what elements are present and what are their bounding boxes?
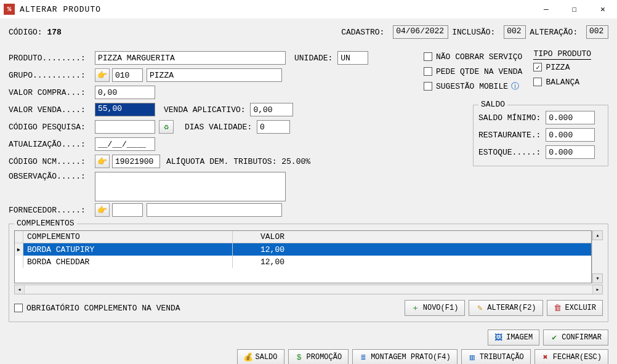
alteracao-value: 002 [586,25,608,39]
barcode-icon: ▥ [468,353,477,362]
table-row[interactable]: BORDA CHEDDAR 12,00 [15,256,591,268]
image-icon: 🖼 [494,333,503,342]
hand-icon: 👉 [98,71,107,79]
ncm-input[interactable] [112,155,160,168]
grupo-label: GRUPO..........: [9,71,95,80]
saldo-button[interactable]: 💰 SALDO [237,349,284,364]
close-button[interactable]: ✕ [589,0,617,18]
valor-compra-input[interactable] [95,86,155,99]
row-indicator-icon: ▸ [15,243,23,256]
fornecedor-name-input[interactable] [147,203,282,217]
fornecedor-lookup-button[interactable]: 👉 [95,203,110,217]
saldo-minimo-input[interactable] [546,111,595,124]
grupo-lookup-button[interactable]: 👉 [95,68,110,82]
codigo-pesquisa-label: CÓDIGO PESQUISA: [9,123,95,132]
cadastro-value: 04/06/2022 [393,25,448,39]
maximize-button[interactable]: ☐ [560,0,589,18]
window-title: ALTERAR PRODUTO [20,5,532,14]
cadastro-label: CADASTRO: [341,28,389,37]
edit-icon: ✎ [475,304,484,312]
list-icon: ≣ [359,353,368,362]
complements-title: COMPLEMENTOS [14,219,77,228]
col-valor: VALOR [233,231,288,243]
refresh-icon: ♻ [162,123,171,131]
titlebar: % ALTERAR PRODUTO — ☐ ✕ [0,0,617,18]
atualizacao-label: ATUALIZAÇÃO....: [9,140,95,149]
complements-panel: COMPLEMENTOS COMPLEMENTO VALOR ▸ BORDA C… [9,224,608,322]
estoque-label: ESTOQUE.....: [478,148,546,157]
grupo-code-input[interactable] [112,68,143,82]
unidade-input[interactable] [337,51,368,65]
novo-button[interactable]: ＋ NOVO(F1) [405,300,466,316]
dias-validade-input[interactable] [257,120,290,134]
complement-value: 12,00 [233,243,288,256]
restaurante-label: RESTAURANTE.: [478,131,546,140]
app-icon: % [4,4,15,15]
plus-icon: ＋ [411,304,420,312]
inclusao-value: 002 [504,25,526,39]
grupo-name-input[interactable] [147,68,282,82]
obrigatorio-label: OBRIGATÓRIO COMPLEMENTO NA VENDA [26,304,180,313]
observacao-input[interactable] [95,172,286,201]
balanca-label: BALANÇA [546,78,579,87]
ncm-lookup-button[interactable]: 👉 [95,155,110,168]
pizza-label: PIZZA [546,63,570,72]
check-icon: ✔ [550,333,559,342]
venda-app-label: VENDA APLICATIVO: [164,105,250,115]
pede-qtde-label: PEDE QTDE NA VENDA [436,67,522,76]
fornecedor-code-input[interactable] [112,203,143,217]
balanca-checkbox[interactable]: BALANÇA [533,75,591,89]
codigo-pesquisa-input[interactable] [95,120,155,134]
saldo-minimo-label: SALDO MÍNIMO: [478,113,546,123]
dias-validade-label: DIAS VALIDADE: [185,123,257,132]
nao-cobrar-checkbox[interactable]: NÃO COBRAR SERVIÇO [424,49,522,64]
tributacao-button[interactable]: ▥ TRIBUTAÇÃO [461,349,531,364]
imagem-button[interactable]: 🖼 IMAGEM [488,330,539,346]
sugestao-mobile-label: SUGESTÃO MOBILE [436,82,508,91]
scroll-down-icon[interactable]: ▾ [592,273,603,283]
promocao-button[interactable]: $ PROMOÇÃO [288,349,349,364]
refresh-pesquisa-button[interactable]: ♻ [159,120,174,134]
produto-input[interactable] [95,51,286,65]
excluir-button[interactable]: 🗑 EXCLUIR [547,300,603,316]
alteracao-label: ALTERAÇÃO: [530,28,583,37]
restaurante-input[interactable] [546,128,595,142]
valor-venda-input[interactable]: 55,00 [95,103,155,116]
pede-qtde-checkbox[interactable]: PEDE QTDE NA VENDA [424,64,522,79]
obrigatorio-checkbox[interactable]: OBRIGATÓRIO COMPLEMENTO NA VENDA [14,301,180,315]
hand-icon: 👉 [98,206,107,214]
estoque-input[interactable] [546,145,595,159]
venda-app-input[interactable] [250,103,293,116]
complements-grid[interactable]: COMPLEMENTO VALOR ▸ BORDA CATUPIRY 12,00… [14,230,592,283]
complement-name: BORDA CHEDDAR [23,256,233,268]
alterar-button[interactable]: ✎ ALTERAR(F2) [469,300,542,316]
codigo-label: CÓDIGO: 178 [9,28,62,37]
minimize-button[interactable]: — [532,0,560,18]
fechar-button[interactable]: ✖ FECHAR(ESC) [534,349,608,364]
aliquota-label: ALÍQUOTA DEM. TRIBUTOS: 25.00% [166,157,310,166]
info-icon[interactable]: ⓘ [510,82,519,91]
table-row[interactable]: ▸ BORDA CATUPIRY 12,00 [15,243,591,256]
tipo-produto-title: TIPO PRODUTO [533,49,591,60]
complement-name: BORDA CATUPIRY [23,243,233,256]
hand-icon: 👉 [98,157,107,166]
montagem-button[interactable]: ≣ MONTAGEM PRATO(F4) [352,349,458,364]
sugestao-mobile-checkbox[interactable]: SUGESTÃO MOBILE ⓘ [424,79,522,94]
atualizacao-input[interactable] [95,137,155,151]
valor-venda-label: VALOR VENDA....: [9,105,95,115]
produto-label: PRODUTO........: [9,54,95,63]
grid-vscrollbar[interactable]: ▴ ▾ [592,230,603,283]
pizza-checkbox[interactable]: ✓PIZZA [533,60,591,75]
saldo-title: SALDO [478,100,507,109]
grid-hscrollbar[interactable]: ◂ ▸ [14,285,603,294]
fornecedor-label: FORNECEDOR.....: [9,206,95,215]
col-complemento: COMPLEMENTO [23,231,233,243]
delete-icon: 🗑 [554,304,562,312]
dollar-icon: $ [295,353,304,362]
scroll-up-icon[interactable]: ▴ [592,230,603,240]
confirmar-button[interactable]: ✔ CONFIRMAR [543,330,608,346]
scroll-left-icon[interactable]: ◂ [15,285,25,294]
bag-icon: 💰 [244,353,252,362]
nao-cobrar-label: NÃO COBRAR SERVIÇO [436,52,522,62]
scroll-right-icon[interactable]: ▸ [592,285,602,294]
